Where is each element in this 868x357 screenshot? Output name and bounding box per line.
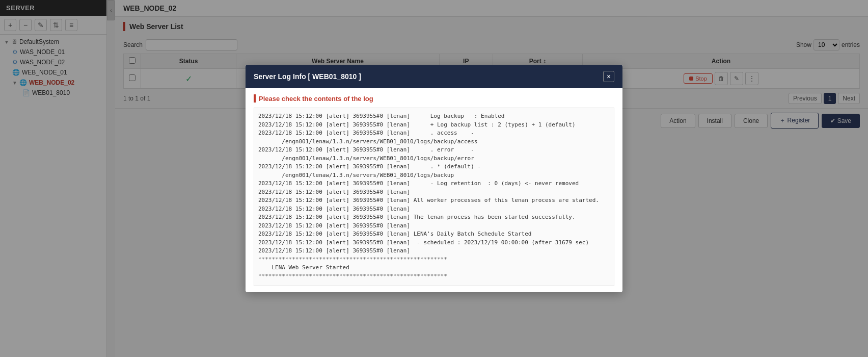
modal-title: Server Log Info [ WEB01_8010 ] — [254, 72, 361, 81]
modal-close-button[interactable]: × — [603, 71, 614, 82]
warning-bar-icon — [254, 94, 256, 103]
modal-warning: Please check the contents of the log — [254, 94, 614, 103]
log-modal: Server Log Info [ WEB01_8010 ] × Please … — [246, 65, 622, 292]
log-content-area[interactable]: 2023/12/18 15:12:00 [alert] 3693955#0 [l… — [254, 108, 614, 286]
modal-overlay[interactable]: Server Log Info [ WEB01_8010 ] × Please … — [0, 0, 868, 357]
modal-body: Please check the contents of the log 202… — [246, 88, 622, 292]
modal-header: Server Log Info [ WEB01_8010 ] × — [246, 65, 622, 88]
warning-text: Please check the contents of the log — [259, 95, 373, 103]
